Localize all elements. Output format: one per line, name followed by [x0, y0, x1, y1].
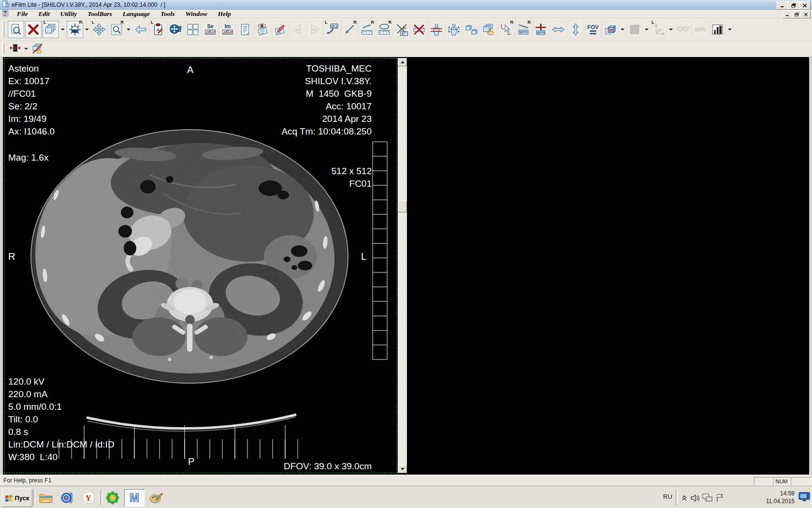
toolbar-grip[interactable] — [2, 43, 4, 55]
delete-measurements-button[interactable] — [411, 21, 427, 38]
flip-vertical-button[interactable] — [567, 21, 584, 38]
fov-button[interactable]: FOV — [585, 21, 601, 38]
arrow-annotation-button[interactable]: R — [341, 21, 358, 38]
clip-box-dropdown[interactable] — [643, 21, 650, 38]
mouse-button-label: R — [389, 20, 392, 25]
scroll-all-button[interactable] — [480, 21, 497, 38]
svg-text:St: St — [312, 28, 316, 32]
stack-mode-button[interactable]: L — [43, 21, 59, 38]
pan-button[interactable]: L — [91, 21, 107, 38]
tray-divider — [676, 490, 678, 506]
start-button[interactable]: Пуск — [1, 489, 32, 507]
minimize-button[interactable] — [777, 1, 788, 10]
mdi-close-button[interactable] — [801, 11, 811, 18]
close-study-button[interactable] — [25, 21, 42, 38]
scrollbar-thumb[interactable] — [398, 201, 407, 212]
orthogonal-mpr-button[interactable]: MPR — [533, 21, 549, 38]
overlay-filter: FC01 — [349, 178, 372, 190]
edit-report-button[interactable] — [272, 21, 288, 38]
hide-icons-chevron[interactable] — [679, 492, 690, 504]
histogram-button[interactable] — [710, 21, 726, 38]
scroll-up-button[interactable] — [398, 58, 407, 66]
measure-angle-button[interactable]: θ57° — [393, 21, 410, 38]
cursor-3d-button[interactable]: R — [498, 21, 514, 38]
measure-line-button[interactable]: R — [359, 21, 375, 38]
probe-button[interactable]: 35.2L — [324, 21, 340, 38]
fit-image-dropdown[interactable] — [23, 42, 29, 56]
mouse-button-label: R — [79, 20, 83, 25]
mdi-restore-button[interactable] — [792, 11, 801, 18]
menu-bar: FileEditUtilityToolBarsLanguageToolsWind… — [0, 10, 812, 18]
annotations-button[interactable]: AL — [150, 21, 166, 38]
fit-image-button[interactable] — [8, 42, 22, 56]
quicklaunch-yandex-browser[interactable]: Y — [78, 489, 99, 507]
previous-view-button[interactable] — [132, 21, 149, 38]
menu-window[interactable]: Window — [180, 10, 213, 18]
zoom-dropdown[interactable] — [125, 21, 131, 38]
language-indicator[interactable]: RU — [663, 493, 672, 500]
mpr-label-button: MPR — [692, 21, 709, 38]
quicklaunch-efilm[interactable]: M — [124, 489, 145, 507]
cine-button[interactable] — [167, 21, 184, 38]
scout-lines-button[interactable] — [428, 21, 445, 38]
quicklaunch-icq[interactable] — [102, 489, 123, 507]
image-viewport[interactable]: AsteionEx: 10017//FC01Se: 2/2Im: 19/49Ax… — [4, 58, 397, 473]
image-layout-button[interactable]: Im — [219, 21, 236, 38]
toolbar-main: LRLRALSeImStSt35.2LRRRθ57°RMPRRMPRFOV3DL… — [0, 18, 812, 41]
no-scroll-button[interactable] — [30, 42, 44, 56]
menu-edit[interactable]: Edit — [33, 10, 55, 18]
open-study-button[interactable] — [8, 21, 24, 38]
svg-text:3D: 3D — [609, 28, 613, 32]
menu-utility[interactable]: Utility — [55, 10, 83, 18]
mouse-button-label: R — [510, 20, 514, 25]
menu-file[interactable]: File — [12, 10, 33, 18]
start-label: Пуск — [15, 494, 29, 502]
scroll-down-button[interactable] — [398, 465, 407, 473]
quicklaunch-media-player[interactable] — [57, 489, 77, 507]
toolbar-grip[interactable] — [2, 21, 4, 37]
flip-horizontal-button[interactable] — [550, 21, 566, 38]
oblique-mpr-button[interactable]: MPRR — [515, 21, 532, 38]
menu-tools[interactable]: Tools — [155, 10, 180, 18]
window-level-button[interactable]: R — [67, 21, 83, 38]
mouse-button-label: L — [44, 20, 46, 25]
display-tray-icon[interactable] — [798, 491, 810, 503]
volume-icon[interactable] — [689, 492, 701, 504]
menu-help[interactable]: Help — [213, 10, 236, 18]
svg-text:Im: Im — [225, 23, 231, 29]
quicklaunch-paint[interactable] — [146, 489, 166, 507]
view-report-button[interactable] — [254, 21, 271, 38]
overlay-line: Acc: 10017 — [281, 100, 372, 113]
measure-ellipse-button[interactable]: R — [376, 21, 392, 38]
restore-button[interactable] — [788, 1, 799, 10]
windows-logo-icon — [5, 494, 13, 502]
menu-toolbars[interactable]: ToolBars — [82, 10, 117, 18]
flag-icon[interactable] — [714, 492, 726, 504]
overlay-line: Asteion — [8, 62, 55, 75]
menu-language[interactable]: Language — [117, 10, 155, 18]
mdi-minimize-button[interactable] — [783, 11, 792, 18]
axes-dropdown[interactable] — [667, 21, 674, 38]
quicklaunch-file-manager[interactable] — [36, 489, 56, 507]
localizer-lines-button[interactable] — [446, 21, 462, 38]
layout-grid-button[interactable] — [185, 21, 201, 38]
report-button[interactable] — [237, 21, 253, 38]
svg-text:FOV: FOV — [587, 24, 599, 30]
window-level-dropdown[interactable] — [84, 21, 90, 38]
image-scrollbar[interactable] — [398, 58, 407, 473]
volume-3d-button[interactable]: 3D — [602, 21, 619, 38]
histogram-dropdown[interactable] — [726, 21, 733, 38]
stack-mode-dropdown[interactable] — [59, 21, 66, 38]
series-layout-button[interactable]: Se — [202, 21, 218, 38]
efilm-m-glyph: M — [130, 491, 139, 504]
volume-3d-dropdown[interactable] — [619, 21, 625, 38]
close-button[interactable] — [799, 1, 811, 10]
mdi-document-icon[interactable] — [2, 10, 9, 18]
svg-text:MPR: MPR — [537, 30, 545, 35]
clock[interactable]: 14:59 11.04.2015 — [750, 490, 795, 505]
link-series-button[interactable] — [463, 21, 479, 38]
svg-text:MPR: MPR — [695, 27, 706, 32]
overlay-line: //FC01 — [8, 88, 55, 100]
network-icon[interactable] — [702, 492, 713, 504]
zoom-button[interactable]: R — [108, 21, 125, 38]
